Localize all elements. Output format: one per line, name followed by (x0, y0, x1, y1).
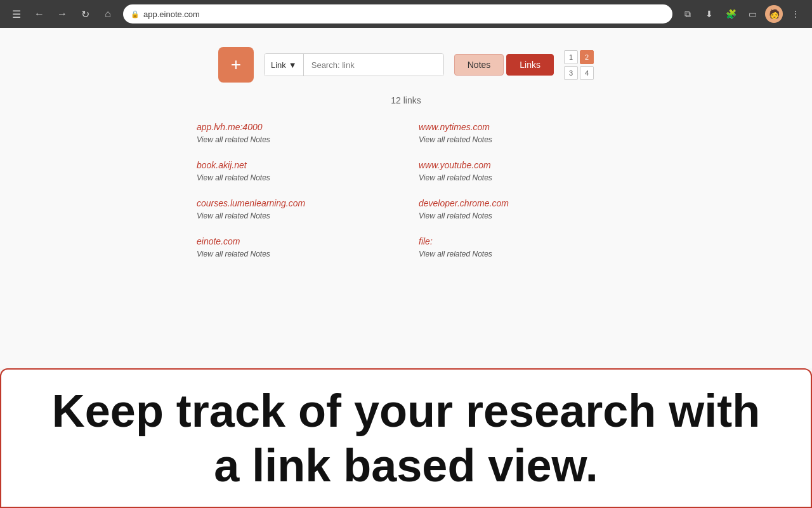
browser-bar: ☰ ← → ↻ ⌂ 🔒 app.einote.com ⧉ ⬇ 🧩 ▭ 🧑 ⋮ (0, 0, 812, 28)
list-item: book.akij.net View all related Notes (184, 154, 406, 192)
list-item: courses.lumenlearning.com View all relat… (184, 192, 406, 230)
link-notes-label[interactable]: View all related Notes (419, 173, 492, 182)
add-button[interactable]: + (218, 47, 254, 83)
link-url[interactable]: developer.chrome.com (419, 198, 615, 208)
link-url[interactable]: file: (419, 236, 615, 246)
search-type-select[interactable]: Link ▼ (265, 54, 304, 76)
view-toggle: Notes Links (454, 54, 554, 76)
link-notes-label[interactable]: View all related Notes (197, 173, 270, 182)
links-grid: app.lvh.me:4000 View all related Notes w… (184, 116, 628, 268)
list-item: developer.chrome.com View all related No… (406, 192, 628, 230)
grid-btn-2[interactable]: 2 (580, 50, 594, 64)
profile-avatar[interactable]: 🧑 (765, 5, 783, 23)
cast-button[interactable]: ▭ (743, 5, 761, 23)
lock-icon: 🔒 (131, 10, 140, 18)
back-button[interactable]: ← (30, 5, 48, 23)
search-container: Link ▼ (264, 53, 444, 76)
notes-toggle-button[interactable]: Notes (454, 54, 504, 76)
link-notes-label[interactable]: View all related Notes (197, 135, 270, 144)
link-notes-label[interactable]: View all related Notes (419, 250, 492, 258)
menu-button[interactable]: ⋮ (787, 5, 804, 23)
grid-btn-3[interactable]: 3 (564, 66, 578, 80)
grid-btn-1[interactable]: 1 (564, 50, 578, 64)
link-notes-label[interactable]: View all related Notes (197, 250, 270, 258)
tabs-button[interactable]: ⧉ (679, 5, 697, 23)
chevron-down-icon: ▼ (289, 60, 297, 70)
link-url[interactable]: www.youtube.com (419, 160, 615, 170)
download-button[interactable]: ⬇ (700, 5, 718, 23)
links-count: 12 links (0, 95, 812, 105)
link-url[interactable]: app.lvh.me:4000 (197, 122, 393, 132)
home-button[interactable]: ⌂ (99, 5, 117, 23)
link-url[interactable]: einote.com (197, 236, 393, 246)
link-url[interactable]: book.akij.net (197, 160, 393, 170)
link-url[interactable]: courses.lumenlearning.com (197, 198, 393, 208)
grid-btn-4[interactable]: 4 (580, 66, 594, 80)
refresh-button[interactable]: ↻ (76, 5, 94, 23)
extension-button[interactable]: 🧩 (722, 5, 740, 23)
link-notes-label[interactable]: View all related Notes (197, 211, 270, 220)
sidebar-toggle-button[interactable]: ☰ (8, 5, 25, 23)
list-item: www.nytimes.com View all related Notes (406, 116, 628, 154)
link-notes-label[interactable]: View all related Notes (419, 135, 492, 144)
links-toggle-button[interactable]: Links (506, 54, 554, 76)
search-type-label: Link (271, 60, 286, 70)
link-notes-label[interactable]: View all related Notes (419, 211, 492, 220)
app-content: + Link ▼ Notes Links 1 2 3 4 12 links ap… (0, 28, 812, 368)
overlay-line2: a link based view. (214, 440, 598, 491)
address-bar[interactable]: 🔒 app.einote.com (123, 4, 672, 23)
list-item: file: View all related Notes (406, 230, 628, 268)
browser-controls: ☰ ← → ↻ ⌂ (8, 5, 117, 23)
overlay-line1: Keep track of your research with (52, 385, 760, 436)
link-url[interactable]: www.nytimes.com (419, 122, 615, 132)
list-item: www.youtube.com View all related Notes (406, 154, 628, 192)
url-text: app.einote.com (143, 10, 200, 19)
bottom-overlay: Keep track of your research with a link … (0, 368, 812, 508)
list-item: app.lvh.me:4000 View all related Notes (184, 116, 406, 154)
toolbar: + Link ▼ Notes Links 1 2 3 4 (0, 41, 812, 95)
search-input[interactable] (304, 54, 443, 76)
forward-button[interactable]: → (53, 5, 71, 23)
overlay-text: Keep track of your research with a link … (52, 384, 760, 493)
browser-actions: ⧉ ⬇ 🧩 ▭ 🧑 ⋮ (679, 5, 804, 23)
grid-buttons: 1 2 3 4 (564, 50, 594, 80)
list-item: einote.com View all related Notes (184, 230, 406, 268)
